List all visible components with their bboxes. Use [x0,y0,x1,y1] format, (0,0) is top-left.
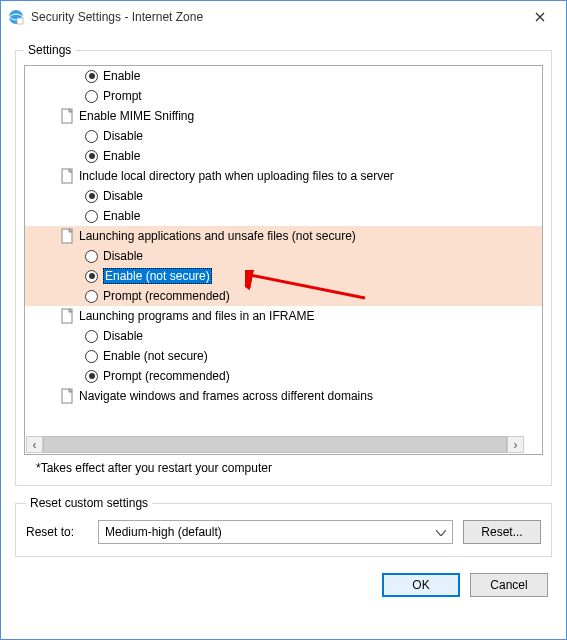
group-launch-apps-unsafe[interactable]: Launching applications and unsafe files … [25,226,542,246]
reset-legend: Reset custom settings [26,496,152,510]
settings-tree[interactable]: Enable Prompt Enable MIME Sniffing Disab… [25,66,542,454]
radio-icon [85,90,98,103]
radio-label: Prompt [103,89,142,103]
page-icon [61,108,75,124]
combo-value: Medium-high (default) [105,525,222,539]
radio-label: Enable [103,149,140,163]
radio-iframe-prompt[interactable]: Prompt (recommended) [25,366,542,386]
dialog-buttons: OK Cancel [15,573,552,597]
reset-row: Reset to: Medium-high (default) Reset... [26,520,541,544]
reset-level-combo[interactable]: Medium-high (default) [98,520,453,544]
close-button[interactable] [520,3,560,31]
scroll-thumb[interactable] [43,436,507,453]
radio-icon [85,210,98,223]
reset-group: Reset custom settings Reset to: Medium-h… [15,496,552,557]
settings-group: Settings Enable Prompt Enable MIME Sniff… [15,43,552,486]
group-label: Launching applications and unsafe files … [79,229,356,243]
titlebar: Security Settings - Internet Zone [1,1,566,33]
cancel-button[interactable]: Cancel [470,573,548,597]
reset-to-label: Reset to: [26,525,88,539]
radio-icon [85,250,98,263]
settings-tree-wrap: Enable Prompt Enable MIME Sniffing Disab… [24,65,543,455]
radio-icon [85,190,98,203]
security-settings-dialog: Security Settings - Internet Zone Settin… [0,0,567,640]
radio-icon [85,330,98,343]
radio-prompt[interactable]: Prompt [25,86,542,106]
group-label: Launching programs and files in an IFRAM… [79,309,314,323]
radio-label: Enable (not secure) [103,268,212,284]
radio-icon [85,70,98,83]
window-title: Security Settings - Internet Zone [31,10,520,24]
radio-label: Enable (not secure) [103,349,208,363]
radio-mime-enable[interactable]: Enable [25,146,542,166]
radio-icon [85,270,98,283]
reset-button[interactable]: Reset... [463,520,541,544]
dialog-content: Settings Enable Prompt Enable MIME Sniff… [1,33,566,639]
radio-localdir-enable[interactable]: Enable [25,206,542,226]
footnote: *Takes effect after you restart your com… [36,461,537,475]
scroll-right-icon[interactable]: › [507,436,524,453]
radio-icon [85,290,98,303]
page-icon [61,308,75,324]
radio-icon [85,130,98,143]
radio-label: Prompt (recommended) [103,289,230,303]
radio-label: Disable [103,249,143,263]
radio-iframe-disable[interactable]: Disable [25,326,542,346]
radio-label: Disable [103,129,143,143]
radio-launchapps-enable[interactable]: Enable (not secure) [25,266,542,286]
group-navigate-domains[interactable]: Navigate windows and frames across diffe… [25,386,542,406]
radio-mime-disable[interactable]: Disable [25,126,542,146]
group-label: Enable MIME Sniffing [79,109,194,123]
globe-settings-icon [7,8,25,26]
radio-iframe-enable[interactable]: Enable (not secure) [25,346,542,366]
radio-launchapps-prompt[interactable]: Prompt (recommended) [25,286,542,306]
radio-label: Disable [103,329,143,343]
page-icon [61,388,75,404]
radio-icon [85,370,98,383]
page-icon [61,168,75,184]
page-icon [61,228,75,244]
scroll-left-icon[interactable]: ‹ [26,436,43,453]
group-launch-iframe[interactable]: Launching programs and files in an IFRAM… [25,306,542,326]
radio-enable[interactable]: Enable [25,66,542,86]
radio-localdir-disable[interactable]: Disable [25,186,542,206]
chevron-down-icon [436,525,446,539]
radio-label: Disable [103,189,143,203]
group-local-dir-path[interactable]: Include local directory path when upload… [25,166,542,186]
radio-label: Prompt (recommended) [103,369,230,383]
radio-launchapps-disable[interactable]: Disable [25,246,542,266]
radio-label: Enable [103,69,140,83]
group-mime-sniffing[interactable]: Enable MIME Sniffing [25,106,542,126]
radio-label: Enable [103,209,140,223]
svg-rect-1 [17,18,23,24]
ok-button[interactable]: OK [382,573,460,597]
horizontal-scrollbar[interactable]: ‹ › [26,436,524,453]
settings-legend: Settings [24,43,75,57]
group-label: Navigate windows and frames across diffe… [79,389,373,403]
group-label: Include local directory path when upload… [79,169,394,183]
radio-icon [85,350,98,363]
radio-icon [85,150,98,163]
